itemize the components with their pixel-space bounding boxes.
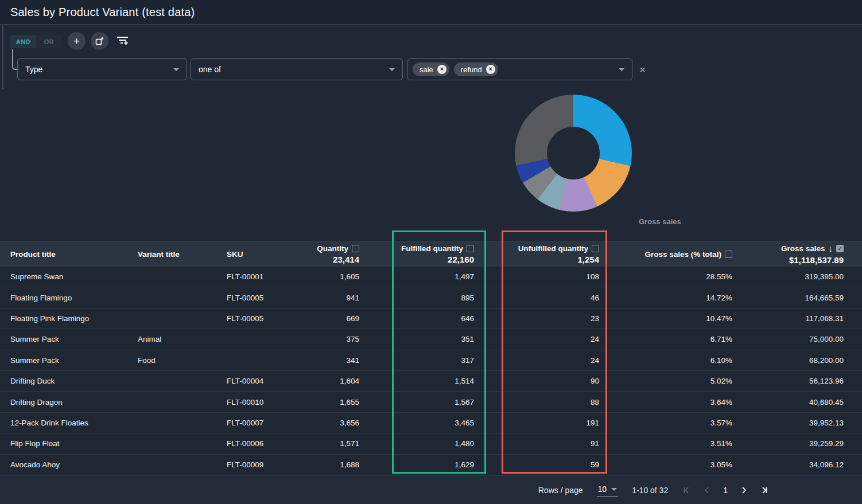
add-group-button[interactable] bbox=[91, 32, 108, 50]
table-cell: FLT-00004 bbox=[227, 377, 298, 385]
table-row[interactable]: Avocado AhoyFLT-000091,6881,629593.05%34… bbox=[0, 455, 862, 475]
column-header-label: Unfulfilled quantity bbox=[518, 244, 588, 253]
table-cell: 895 bbox=[359, 294, 474, 302]
chip-label: sale bbox=[420, 65, 433, 74]
table-row[interactable]: Drifting DragonFLT-000101,6551,567883.64… bbox=[0, 392, 862, 412]
last-page-button[interactable] bbox=[760, 486, 769, 495]
next-page-button[interactable] bbox=[739, 486, 748, 495]
table-cell: 90 bbox=[474, 377, 599, 385]
table-cell: 56,123.96 bbox=[732, 377, 844, 385]
table-cell: 24 bbox=[474, 356, 599, 365]
chart-legend-label: Gross sales bbox=[639, 217, 681, 226]
column-total: 1,254 bbox=[474, 255, 599, 264]
table-cell: 88 bbox=[474, 398, 599, 407]
filter-value-chip[interactable]: sale× bbox=[413, 62, 449, 76]
column-header-label: Quantity bbox=[317, 244, 348, 253]
table-cell: 39,952.13 bbox=[732, 419, 844, 427]
chevron-down-icon bbox=[611, 488, 617, 491]
table-cell: FLT-00009 bbox=[227, 460, 298, 469]
column-header-label: Gross sales bbox=[781, 244, 825, 253]
pagination-bar: Rows / page 10 1-10 of 32 1 bbox=[0, 475, 862, 504]
chart-area: Gross sales bbox=[0, 89, 862, 241]
last-page-icon bbox=[760, 486, 769, 495]
table-cell: 28.55% bbox=[599, 272, 732, 281]
add-filter-button[interactable] bbox=[116, 35, 130, 46]
column-checkbox-checked[interactable]: ✓ bbox=[836, 245, 844, 252]
chevron-left-icon bbox=[702, 486, 712, 495]
table-row[interactable]: Drifting DuckFLT-000041,6041,514905.02%5… bbox=[0, 371, 862, 392]
table-cell: 1,497 bbox=[359, 272, 474, 281]
chip-remove-icon[interactable]: × bbox=[437, 65, 446, 74]
table-header-row: Product titleVariant titleSKUQuantity23,… bbox=[0, 241, 862, 267]
sort-desc-icon: ↓ bbox=[829, 244, 833, 253]
column-checkbox[interactable] bbox=[592, 245, 599, 252]
previous-page-button[interactable] bbox=[702, 486, 712, 495]
chevron-down-icon bbox=[173, 68, 179, 71]
table-row[interactable]: Floating FlamingoFLT-000059418954614.72%… bbox=[0, 287, 862, 308]
table-cell: Floating Pink Flamingo bbox=[10, 314, 138, 323]
pagination-nav: 1 bbox=[682, 486, 769, 495]
filter-operator-value: one of bbox=[199, 65, 221, 74]
column-header-label: Variant title bbox=[138, 250, 180, 259]
table-cell: 1,480 bbox=[359, 439, 474, 448]
column-header[interactable]: Gross sales (% total) bbox=[599, 241, 732, 267]
table-cell: Drifting Duck bbox=[10, 377, 138, 385]
chip-remove-icon[interactable]: × bbox=[486, 65, 495, 74]
filter-field-dropdown[interactable]: Type bbox=[17, 58, 187, 80]
column-header[interactable]: Unfulfilled quantity1,254 bbox=[474, 241, 599, 267]
first-page-button[interactable] bbox=[682, 486, 691, 495]
table-cell: 3.57% bbox=[599, 419, 732, 427]
table-cell: 191 bbox=[474, 419, 599, 427]
column-checkbox[interactable] bbox=[467, 245, 474, 252]
filter-value-chip[interactable]: refund× bbox=[454, 62, 498, 76]
logic-and-button[interactable]: AND bbox=[10, 35, 36, 48]
chevron-right-icon bbox=[739, 486, 748, 495]
table-cell: 75,000.00 bbox=[732, 335, 844, 343]
table-cell: 3,656 bbox=[298, 419, 359, 427]
column-header[interactable]: Fulfilled quantity22,160 bbox=[359, 241, 474, 267]
table-cell: 164,665.59 bbox=[732, 294, 844, 302]
table-row[interactable]: Summer PackAnimal375351246.71%75,000.00 bbox=[0, 329, 862, 350]
table-cell: 68,200.00 bbox=[732, 356, 844, 365]
chevron-down-icon bbox=[389, 68, 395, 71]
filter-operator-dropdown[interactable]: one of bbox=[191, 58, 403, 80]
table-cell: 1,571 bbox=[298, 439, 359, 448]
column-header[interactable]: Product title bbox=[10, 241, 138, 267]
remove-condition-button[interactable]: × bbox=[639, 64, 646, 76]
table-cell: 117,068.31 bbox=[732, 314, 844, 323]
column-header-label: Product title bbox=[10, 250, 56, 259]
logic-or-button[interactable]: OR bbox=[36, 35, 62, 48]
rows-per-page-select[interactable]: 10 bbox=[597, 483, 619, 497]
table-row[interactable]: Summer PackFood341317246.10%68,200.00 bbox=[0, 350, 862, 371]
close-icon: × bbox=[639, 64, 646, 76]
logic-toggle[interactable]: AND OR bbox=[10, 35, 62, 48]
table-row[interactable]: Supreme SwanFLT-000011,6051,49710828.55%… bbox=[0, 267, 862, 287]
current-page-number[interactable]: 1 bbox=[723, 486, 728, 495]
pagination-range: 1-10 of 32 bbox=[632, 486, 668, 495]
column-checkbox[interactable] bbox=[352, 245, 359, 252]
column-header[interactable]: SKU bbox=[227, 241, 298, 267]
add-condition-button[interactable]: + bbox=[68, 32, 86, 50]
table-row[interactable]: 12-Pack Drink FloatiesFLT-000073,6563,46… bbox=[0, 413, 862, 433]
table-cell: 6.71% bbox=[599, 335, 732, 343]
table-cell: 1,605 bbox=[298, 272, 359, 281]
table-cell: Summer Pack bbox=[10, 356, 138, 365]
column-header-label: SKU bbox=[227, 250, 243, 259]
table-cell: 1,514 bbox=[359, 377, 474, 385]
table-row[interactable]: Floating Pink FlamingoFLT-00005669646231… bbox=[0, 308, 862, 329]
gross-sales-donut-chart[interactable] bbox=[515, 95, 632, 212]
column-header[interactable]: Quantity23,414 bbox=[298, 241, 359, 267]
table-cell: 46 bbox=[474, 294, 599, 302]
table-body: Supreme SwanFLT-000011,6051,49710828.55%… bbox=[0, 267, 862, 475]
table-cell: Supreme Swan bbox=[10, 272, 138, 281]
table-cell: FLT-00010 bbox=[227, 398, 298, 407]
table-cell: 59 bbox=[474, 460, 599, 469]
filter-panel-edge bbox=[2, 25, 3, 89]
table-cell: 12-Pack Drink Floaties bbox=[10, 419, 138, 427]
column-header[interactable]: Gross sales↓✓$1,118,537.89 bbox=[732, 241, 844, 267]
table-row[interactable]: Flip Flop FloatFLT-000061,5711,480913.51… bbox=[0, 433, 862, 454]
column-header[interactable]: Variant title bbox=[138, 241, 227, 267]
filter-values-dropdown[interactable]: sale×refund× bbox=[407, 58, 632, 80]
column-checkbox[interactable] bbox=[725, 251, 732, 258]
table-cell: 375 bbox=[298, 335, 359, 343]
